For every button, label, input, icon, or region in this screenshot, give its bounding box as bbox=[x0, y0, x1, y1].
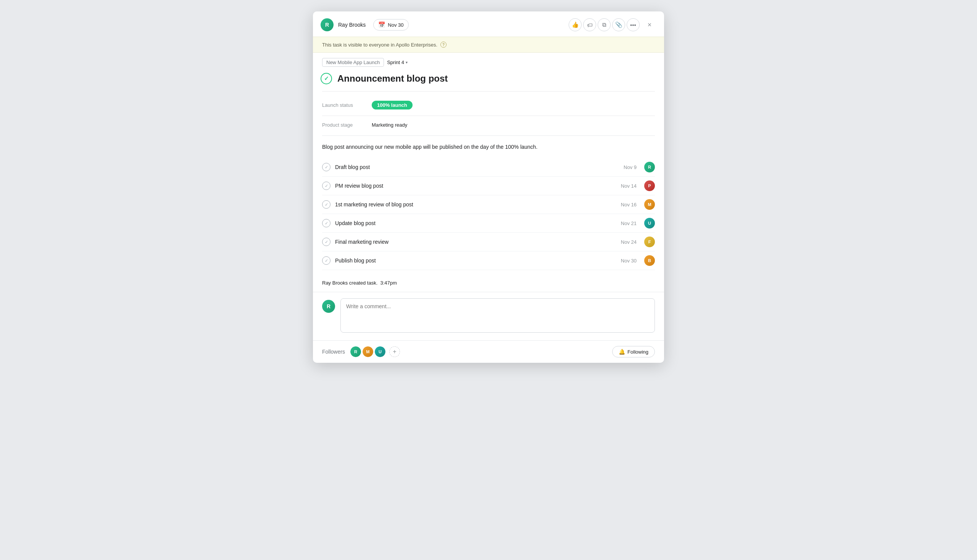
subtask-check-icon: ✓ bbox=[325, 202, 328, 207]
attach-button[interactable]: 📎 bbox=[612, 18, 625, 31]
due-date-pill[interactable]: 📅 Nov 30 bbox=[373, 19, 408, 30]
subtask-complete-button[interactable]: ✓ bbox=[322, 257, 331, 265]
follower-avatar: R bbox=[350, 347, 361, 357]
launch-status-row: Launch status 100% launch bbox=[322, 98, 655, 113]
chevron-down-icon: ▾ bbox=[406, 60, 408, 65]
launch-status-label: Launch status bbox=[322, 102, 372, 108]
launch-status-badge: 100% launch bbox=[372, 101, 413, 110]
product-stage-label: Product stage bbox=[322, 122, 372, 128]
follower-avatar: U bbox=[375, 347, 386, 357]
help-icon[interactable]: ? bbox=[441, 42, 446, 48]
subtask-avatar: B bbox=[644, 255, 655, 266]
subtask-name: Update blog post bbox=[335, 220, 616, 226]
subtask-name: Draft blog post bbox=[335, 164, 619, 170]
activity-row: Ray Brooks created task. 3:47pm bbox=[313, 274, 664, 292]
subtask-row: ✓ 1st marketing review of blog post Nov … bbox=[322, 195, 655, 214]
subtask-row: ✓ Update blog post Nov 21 U bbox=[322, 214, 655, 233]
breadcrumb-sprint[interactable]: Sprint 4 ▾ bbox=[387, 60, 408, 65]
product-stage-value: Marketing ready bbox=[372, 122, 407, 128]
activity-user: Ray Brooks bbox=[322, 280, 348, 286]
subtask-check-icon: ✓ bbox=[325, 258, 328, 263]
subtask-date: Nov 24 bbox=[621, 239, 636, 245]
subtask-avatar: F bbox=[644, 237, 655, 247]
header-actions: 👍 🏷 ⧉ 📎 ••• × bbox=[569, 18, 655, 31]
subtask-check-icon: ✓ bbox=[325, 165, 328, 170]
copy-button[interactable]: ⧉ bbox=[598, 18, 611, 31]
notice-banner: This task is visible to everyone in Apol… bbox=[313, 37, 664, 53]
subtask-date: Nov 21 bbox=[621, 220, 636, 226]
complete-button[interactable]: ✓ bbox=[321, 73, 332, 84]
notice-text: This task is visible to everyone in Apol… bbox=[322, 42, 438, 48]
product-stage-row: Product stage Marketing ready bbox=[322, 119, 655, 131]
subtask-date: Nov 30 bbox=[621, 258, 636, 263]
activity-time: 3:47pm bbox=[381, 280, 397, 286]
comment-input[interactable] bbox=[341, 298, 655, 333]
comment-input-wrap bbox=[341, 298, 655, 334]
header-username: Ray Brooks bbox=[338, 22, 366, 28]
breadcrumb-project[interactable]: New Mobile App Launch bbox=[322, 58, 384, 67]
subtask-name: PM review blog post bbox=[335, 183, 616, 189]
task-modal: R Ray Brooks 📅 Nov 30 👍 🏷 ⧉ 📎 ••• × This… bbox=[313, 12, 664, 363]
bell-icon: 🔔 bbox=[619, 349, 625, 355]
like-button[interactable]: 👍 bbox=[569, 18, 581, 31]
subtask-row: ✓ Draft blog post Nov 9 R bbox=[322, 158, 655, 177]
subtask-complete-button[interactable]: ✓ bbox=[322, 163, 331, 171]
subtask-date: Nov 14 bbox=[621, 183, 636, 189]
subtask-name: 1st marketing review of blog post bbox=[335, 202, 616, 208]
check-icon: ✓ bbox=[324, 75, 329, 82]
comment-section: R bbox=[313, 292, 664, 340]
subtask-check-icon: ✓ bbox=[325, 221, 328, 226]
subtask-date: Nov 9 bbox=[624, 164, 636, 170]
tag-button[interactable]: 🏷 bbox=[583, 18, 596, 31]
subtask-check-icon: ✓ bbox=[325, 183, 328, 188]
activity-action: created task. bbox=[349, 280, 377, 286]
subtask-name: Publish blog post bbox=[335, 257, 616, 263]
avatar-initials: R bbox=[325, 22, 329, 28]
meta-divider bbox=[322, 116, 655, 116]
calendar-icon: 📅 bbox=[378, 22, 386, 28]
subtask-name: Final marketing review bbox=[335, 239, 616, 245]
followers-bar: Followers RMU + 🔔 Following bbox=[313, 340, 664, 363]
subtask-complete-button[interactable]: ✓ bbox=[322, 182, 331, 190]
due-date: Nov 30 bbox=[388, 22, 403, 28]
more-button[interactable]: ••• bbox=[627, 18, 640, 31]
subtask-complete-button[interactable]: ✓ bbox=[322, 219, 331, 227]
add-follower-button[interactable]: + bbox=[389, 347, 400, 357]
subtasks-section: ✓ Draft blog post Nov 9 R ✓ PM review bl… bbox=[313, 158, 664, 274]
close-button[interactable]: × bbox=[644, 20, 655, 30]
task-title: Announcement blog post bbox=[337, 73, 448, 84]
metadata-section: Launch status 100% launch Product stage … bbox=[313, 92, 664, 131]
avatar: R bbox=[321, 18, 334, 31]
subtask-avatar: U bbox=[644, 218, 655, 228]
comment-avatar: R bbox=[322, 300, 335, 313]
follower-avatar: M bbox=[362, 347, 373, 357]
modal-header: R Ray Brooks 📅 Nov 30 👍 🏷 ⧉ 📎 ••• × bbox=[313, 12, 664, 37]
task-title-row: ✓ Announcement blog post bbox=[313, 69, 664, 91]
subtask-complete-button[interactable]: ✓ bbox=[322, 200, 331, 209]
subtask-avatar: M bbox=[644, 199, 655, 210]
followers-label: Followers bbox=[322, 349, 345, 355]
subtask-row: ✓ PM review blog post Nov 14 P bbox=[322, 177, 655, 195]
following-button[interactable]: 🔔 Following bbox=[612, 346, 655, 357]
follower-avatars: RMU bbox=[350, 347, 386, 357]
modal-overlay: R Ray Brooks 📅 Nov 30 👍 🏷 ⧉ 📎 ••• × This… bbox=[0, 0, 977, 560]
subtask-avatar: R bbox=[644, 162, 655, 172]
subtask-row: ✓ Publish blog post Nov 30 B bbox=[322, 252, 655, 270]
breadcrumb: New Mobile App Launch Sprint 4 ▾ bbox=[313, 53, 664, 69]
subtask-row: ✓ Final marketing review Nov 24 F bbox=[322, 233, 655, 252]
subtask-date: Nov 16 bbox=[621, 202, 636, 208]
subtask-complete-button[interactable]: ✓ bbox=[322, 238, 331, 246]
task-description: Blog post announcing our new mobile app … bbox=[313, 136, 664, 158]
subtask-check-icon: ✓ bbox=[325, 240, 328, 245]
subtask-avatar: P bbox=[644, 180, 655, 191]
